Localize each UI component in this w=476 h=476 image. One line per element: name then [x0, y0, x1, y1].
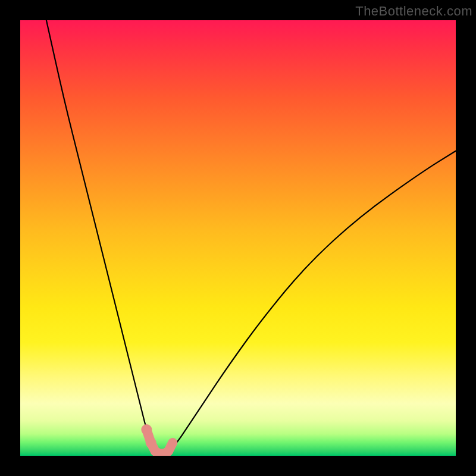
watermark-text: TheBottleneck.com	[355, 4, 472, 19]
highlight-dot	[141, 424, 152, 435]
chart-svg	[20, 20, 456, 456]
outer-frame: TheBottleneck.com	[0, 0, 476, 476]
highlight-dot	[146, 437, 156, 448]
curve-path	[46, 20, 456, 453]
chart-plot-area	[20, 20, 456, 456]
optimal-band-marker	[141, 424, 173, 453]
bottleneck-curve	[46, 20, 456, 453]
